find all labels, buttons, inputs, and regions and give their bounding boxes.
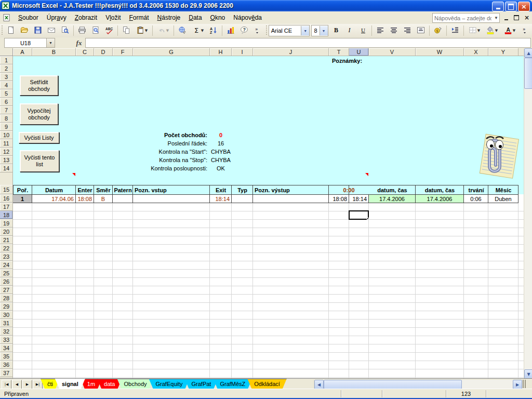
row-header-7[interactable]: 7 [0,106,13,114]
column-header-D[interactable]: D [94,48,113,56]
column-header-G[interactable]: G [133,48,210,56]
row-header-34[interactable]: 34 [0,344,13,352]
sheet-tab-Obchody[interactable]: Obchody [117,379,154,389]
row-header-22[interactable]: 22 [0,244,13,252]
scroll-left-button[interactable]: ◀ [314,380,324,389]
open-button[interactable] [18,24,31,37]
restore-button[interactable] [505,2,517,11]
cell-A16[interactable]: 1 [13,195,32,203]
column-header-C[interactable]: C [76,48,94,56]
select-all-corner[interactable] [0,48,13,56]
column-header-H[interactable]: H [210,48,232,56]
row-header-31[interactable]: 31 [0,319,13,327]
copy-button[interactable] [119,24,133,37]
row-header-18[interactable]: 18 [0,211,13,219]
row-header-13[interactable]: 13 [0,156,13,164]
sheet-tab-signal[interactable]: signal [55,379,85,389]
row-header-14[interactable]: 14 [0,164,13,172]
row-header-15[interactable]: 15 [0,185,13,194]
row-header-29[interactable]: 29 [0,302,13,311]
borders-button[interactable]: ▼ [466,24,483,37]
scroll-down-button[interactable]: ▼ [524,369,532,379]
row-header-33[interactable]: 33 [0,336,13,344]
bold-button[interactable]: B [329,24,343,37]
menu-okno[interactable]: Okno [206,12,230,23]
header-cell-Y[interactable]: Měsíc [488,185,518,194]
row-header-37[interactable]: 37 [0,369,13,377]
cell-B16[interactable]: 17.04.06 [32,195,75,203]
row-header-32[interactable]: 32 [0,327,13,336]
header-cell-A[interactable]: Poř. [13,185,32,194]
menu-úpravy[interactable]: Úpravy [43,12,71,23]
header-cell-B[interactable]: Datum [32,185,76,194]
row-header-36[interactable]: 36 [0,361,13,369]
column-header-T[interactable]: T [329,48,349,56]
column-header-I[interactable]: I [232,48,253,56]
fill-color-button[interactable]: ▼ [483,24,501,37]
toolbar-grip[interactable] [2,25,3,36]
menu-formát[interactable]: Formát [125,12,153,23]
cell-D16[interactable]: B [94,195,112,203]
header-cell-W[interactable]: datum, čas [416,185,464,194]
help-search-input[interactable] [433,15,493,22]
align-center-button[interactable] [387,24,401,37]
row-header-25[interactable]: 25 [0,269,13,277]
macro-button-4[interactable]: Vyčisti tento list [20,150,59,172]
hyperlink-button[interactable] [176,24,189,37]
new-button[interactable] [4,24,18,37]
tab-split-handle[interactable] [523,380,526,388]
undo-button[interactable]: ▼ [154,24,172,37]
menu-zobrazit[interactable]: Zobrazit [71,12,101,23]
paste-button[interactable]: ▼ [133,24,151,37]
scroll-right-button[interactable]: ▶ [513,380,522,389]
header-cell-C[interactable]: Enter [76,185,94,194]
row-header-19[interactable]: 19 [0,219,13,228]
menu-soubor[interactable]: Soubor [14,12,43,23]
macro-button-1[interactable]: Setřídit obchody [20,75,58,96]
search-button[interactable] [58,24,72,37]
macro-button-3[interactable]: Vyčisti Listy [19,132,59,143]
sheet-tab-GrafPat[interactable]: GrafPat [185,379,218,389]
menu-data[interactable]: Data [184,12,206,23]
row-header-10[interactable]: 10 [0,131,13,139]
sheet-colored-region[interactable] [13,56,524,194]
row-header-17[interactable]: 17 [0,203,13,211]
vertical-scroll-thumb[interactable] [524,58,532,89]
header-cell-X[interactable]: trvání [464,185,488,194]
spelling-button[interactable]: ABC [102,24,116,37]
more-buttons-button[interactable]: » [251,24,264,37]
toolbar-grip[interactable] [266,25,267,36]
autosum-button[interactable]: Σ▼ [189,24,207,37]
header-cell-J[interactable]: Pozn. výstup [253,185,329,194]
row-header-23[interactable]: 23 [0,252,13,261]
sheet-tab-GrafMěsZ[interactable]: GrafMěsZ [213,379,252,389]
row-header-24[interactable]: 24 [0,261,13,269]
workbook-minimize-button[interactable] [502,14,510,21]
fill-handle[interactable] [367,218,369,220]
chevron-down-icon[interactable]: ▼ [493,14,499,22]
workbook-restore-button[interactable] [512,14,521,21]
row-header-26[interactable]: 26 [0,277,13,286]
insert-function-icon[interactable]: fx [73,38,85,47]
row-header-4[interactable]: 4 [0,81,13,89]
save-button[interactable] [31,24,45,37]
font-color-button[interactable]: A▼ [501,24,518,37]
align-left-button[interactable] [374,24,387,37]
cell-X16[interactable]: 0:06 [464,195,488,203]
cell-U16[interactable]: 18:14 [349,195,368,203]
underline-button[interactable]: U [356,24,370,37]
print-preview-button[interactable] [89,24,102,37]
column-header-U[interactable]: U [349,48,369,56]
column-header-F[interactable]: F [113,48,133,56]
menu-nápověda[interactable]: Nápověda [229,12,266,23]
font-size-combo[interactable]: 8 ▼ [311,25,328,36]
row-header-30[interactable]: 30 [0,311,13,319]
row-header-27[interactable]: 27 [0,286,13,294]
increase-indent-button[interactable] [448,24,462,37]
header-cell-H[interactable]: Exit [210,185,232,194]
row-header-20[interactable]: 20 [0,228,13,236]
row-header-12[interactable]: 12 [0,148,13,156]
row-header-2[interactable]: 2 [0,64,13,73]
more-buttons-button[interactable]: » [518,24,532,37]
row-header-28[interactable]: 28 [0,294,13,302]
